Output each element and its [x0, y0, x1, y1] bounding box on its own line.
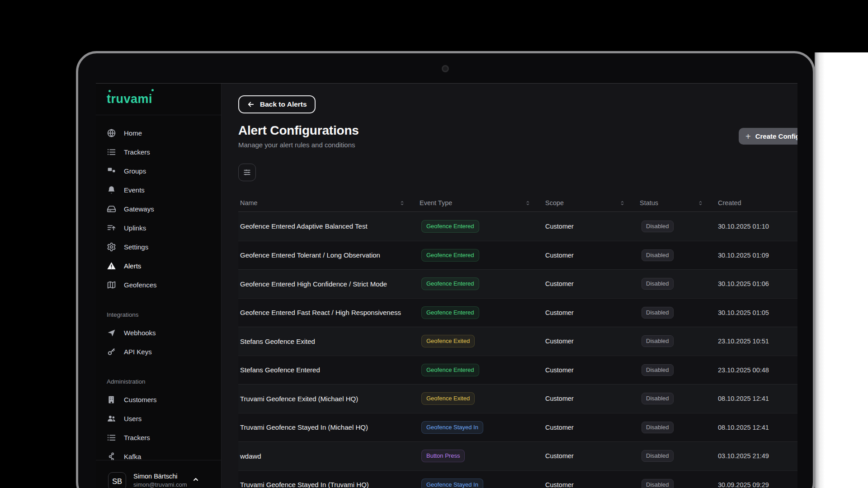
sidebar-item-label: Customers	[124, 396, 157, 404]
created-value: 30.10.2025 01:10	[716, 223, 797, 230]
created-value: 30.10.2025 01:09	[716, 252, 797, 259]
brand-logo[interactable]: truvami	[107, 92, 152, 106]
sidebar-item-groups[interactable]: Groups	[96, 161, 221, 180]
key-icon	[107, 347, 116, 357]
back-button-label: Back to Alerts	[260, 100, 307, 108]
scope-value: Customer	[543, 395, 638, 402]
users-icon	[107, 414, 116, 423]
scope-value: Customer	[543, 366, 638, 374]
user-profile[interactable]: SB Simon Bärtschi simon@truvami.com	[96, 460, 221, 488]
sidebar-item-geofences[interactable]: Geofences	[96, 275, 221, 294]
column-header-event-type[interactable]: Event Type	[418, 194, 543, 211]
page-background: truvami Home Trackers	[0, 0, 868, 488]
table-row[interactable]: Geofence Entered Fast React / High Respo…	[238, 298, 797, 327]
sidebar-item-label: Groups	[124, 167, 146, 175]
globe-icon	[107, 128, 116, 138]
table-row[interactable]: Geofence Entered High Confidence / Stric…	[238, 269, 797, 298]
back-to-alerts-button[interactable]: Back to Alerts	[238, 95, 316, 113]
sidebar-header: truvami	[96, 84, 221, 115]
app-window: truvami Home Trackers	[96, 83, 797, 488]
column-header-name[interactable]: Name	[238, 194, 418, 211]
sidebar-item-events[interactable]: Events	[96, 180, 221, 199]
sidebar-item-webhooks[interactable]: Webhooks	[96, 323, 221, 342]
sidebar-item-label: Home	[124, 129, 142, 137]
config-name: Truvami Geofence Stayed In (Truvami HQ)	[238, 481, 418, 488]
config-name: Geofence Entered Tolerant / Long Observa…	[238, 251, 418, 259]
table-row[interactable]: wdawd Button Press Customer Disabled 03.…	[238, 441, 797, 470]
table-row[interactable]: Truvami Geofence Stayed In (Michael HQ) …	[238, 413, 797, 442]
profile-name: Simon Bärtschi	[133, 472, 187, 481]
status-badge: Disabled	[642, 450, 674, 462]
sidebar-item-home[interactable]: Home	[96, 123, 221, 142]
sidebar-item-label: Webhooks	[124, 329, 156, 337]
gear-icon	[107, 242, 116, 252]
event-type-badge: Geofence Exited	[421, 392, 475, 405]
event-type-badge: Geofence Entered	[421, 277, 479, 290]
status-badge: Disabled	[642, 335, 674, 347]
scope-value: Customer	[543, 481, 638, 488]
sidebar: truvami Home Trackers	[96, 84, 222, 488]
sidebar-item-trackers[interactable]: Trackers	[96, 142, 221, 161]
webcam-dot	[442, 65, 449, 72]
sidebar-item-label: API Keys	[124, 348, 152, 356]
sidebar-item-uplinks[interactable]: Uplinks	[96, 218, 221, 237]
create-config-button[interactable]: + Create Config	[739, 128, 797, 145]
sidebar-item-users[interactable]: Users	[96, 409, 221, 428]
created-value: 30.09.2025 09:29	[716, 481, 797, 488]
status-badge: Disabled	[642, 307, 674, 319]
page-subtitle: Manage your alert rules and conditions	[238, 141, 797, 149]
bell-icon	[107, 185, 116, 195]
alert-config-table: Name Event Type Scope Status	[238, 194, 797, 488]
column-header-scope[interactable]: Scope	[543, 194, 638, 211]
upload-list-icon	[107, 223, 116, 233]
created-value: 03.10.2025 21:49	[716, 452, 797, 460]
scope-value: Customer	[543, 338, 638, 345]
arrow-left-icon	[247, 100, 255, 108]
sidebar-item-customers[interactable]: Customers	[96, 390, 221, 409]
sidebar-item-trackers-admin[interactable]: Trackers	[96, 428, 221, 447]
table-row[interactable]: Geofence Entered Adaptive Balanced Test …	[238, 212, 797, 241]
table-row[interactable]: Geofence Entered Tolerant / Long Observa…	[238, 241, 797, 270]
sidebar-item-label: Geofences	[124, 281, 157, 289]
send-icon	[107, 328, 116, 338]
filter-button[interactable]	[238, 164, 256, 181]
status-badge: Disabled	[642, 393, 674, 404]
scope-value: Customer	[543, 280, 638, 287]
sidebar-item-label: Kafka	[124, 453, 141, 460]
config-name: wdawd	[238, 452, 418, 460]
sidebar-item-label: Settings	[124, 243, 148, 251]
chevron-up-icon[interactable]	[192, 476, 199, 483]
config-name: Truvami Geofence Exited (Michael HQ)	[238, 395, 418, 403]
sidebar-item-label: Alerts	[124, 262, 141, 270]
scope-value: Customer	[543, 223, 638, 230]
created-value: 23.10.2025 00:48	[716, 366, 797, 374]
created-value: 08.10.2025 12:41	[716, 424, 797, 431]
sidebar-item-label: Gateways	[124, 205, 154, 213]
table-body: Geofence Entered Adaptive Balanced Test …	[238, 212, 797, 488]
desk-background	[815, 52, 868, 488]
table-row[interactable]: Stefans Geofence Entered Geofence Entere…	[238, 356, 797, 385]
table-row[interactable]: Stefans Geofence Exited Geofence Exited …	[238, 327, 797, 356]
create-button-label: Create Config	[755, 132, 797, 140]
sidebar-item-alerts[interactable]: Alerts	[96, 256, 221, 275]
table-row[interactable]: Truvami Geofence Stayed In (Truvami HQ) …	[238, 470, 797, 488]
event-type-badge: Geofence Stayed In	[421, 479, 483, 488]
laptop-bezel: truvami Home Trackers	[76, 51, 815, 488]
sidebar-item-settings[interactable]: Settings	[96, 237, 221, 256]
event-type-badge: Geofence Entered	[421, 306, 479, 319]
map-icon	[107, 280, 116, 290]
table-header: Name Event Type Scope Status	[238, 194, 797, 212]
table-row[interactable]: Truvami Geofence Exited (Michael HQ) Geo…	[238, 384, 797, 413]
sidebar-item-label: Uplinks	[124, 224, 146, 232]
config-name: Stefans Geofence Exited	[238, 338, 418, 345]
created-value: 30.10.2025 01:06	[716, 280, 797, 287]
sidebar-item-api-keys[interactable]: API Keys	[96, 342, 221, 361]
column-header-status[interactable]: Status	[638, 194, 716, 211]
sort-icon	[698, 200, 703, 206]
sidebar-item-gateways[interactable]: Gateways	[96, 199, 221, 218]
sidebar-section-integrations: Integrations	[96, 310, 221, 319]
sort-icon	[525, 200, 531, 206]
alert-triangle-icon	[107, 261, 116, 271]
config-name: Geofence Entered Fast React / High Respo…	[238, 309, 418, 316]
event-type-badge: Geofence Stayed In	[421, 421, 483, 434]
